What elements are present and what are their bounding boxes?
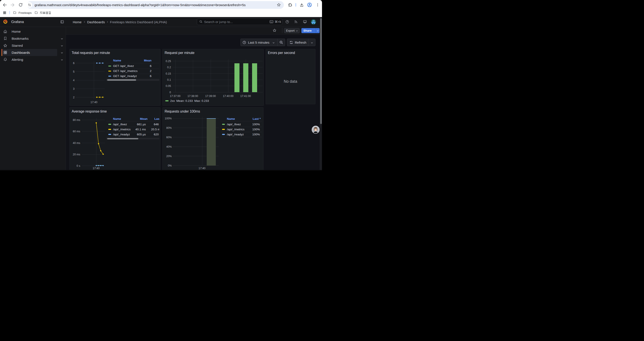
svg-text:60 ms: 60 ms bbox=[72, 130, 80, 133]
svg-text:17:40: 17:40 bbox=[92, 167, 99, 170]
svg-text:17:40: 17:40 bbox=[90, 101, 97, 104]
svg-text:17:40: 17:40 bbox=[198, 167, 205, 170]
svg-text:20%: 20% bbox=[166, 155, 172, 158]
svg-text:0%: 0% bbox=[168, 164, 172, 167]
svg-text:17:39:00: 17:39:00 bbox=[205, 95, 216, 98]
svg-text:6: 6 bbox=[73, 62, 74, 65]
svg-text:3: 3 bbox=[73, 87, 74, 90]
svg-text:2: 2 bbox=[73, 96, 74, 99]
svg-text:0.1: 0.1 bbox=[167, 78, 171, 81]
svg-text:20 ms: 20 ms bbox=[72, 153, 80, 156]
svg-text:17:41:00: 17:41:00 bbox=[240, 95, 251, 98]
svg-text:40 ms: 40 ms bbox=[72, 141, 80, 144]
svg-text:4: 4 bbox=[73, 79, 74, 82]
svg-text:17:37:00: 17:37:00 bbox=[170, 95, 180, 98]
svg-text:40%: 40% bbox=[166, 145, 172, 148]
svg-text:17:40:00: 17:40:00 bbox=[223, 95, 234, 98]
svg-text:17:38:00: 17:38:00 bbox=[188, 95, 198, 98]
svg-text:80 ms: 80 ms bbox=[72, 119, 80, 122]
svg-text:100%: 100% bbox=[164, 117, 172, 120]
svg-text:0.25: 0.25 bbox=[166, 60, 171, 63]
svg-text:0: 0 bbox=[170, 91, 171, 94]
svg-text:0.05: 0.05 bbox=[166, 85, 171, 88]
svg-text:0.2: 0.2 bbox=[167, 66, 171, 69]
svg-text:0.15: 0.15 bbox=[166, 72, 171, 75]
svg-text:5: 5 bbox=[73, 70, 74, 73]
svg-text:60%: 60% bbox=[166, 136, 172, 139]
svg-text:80%: 80% bbox=[166, 126, 172, 129]
svg-text:0 s: 0 s bbox=[76, 164, 80, 167]
